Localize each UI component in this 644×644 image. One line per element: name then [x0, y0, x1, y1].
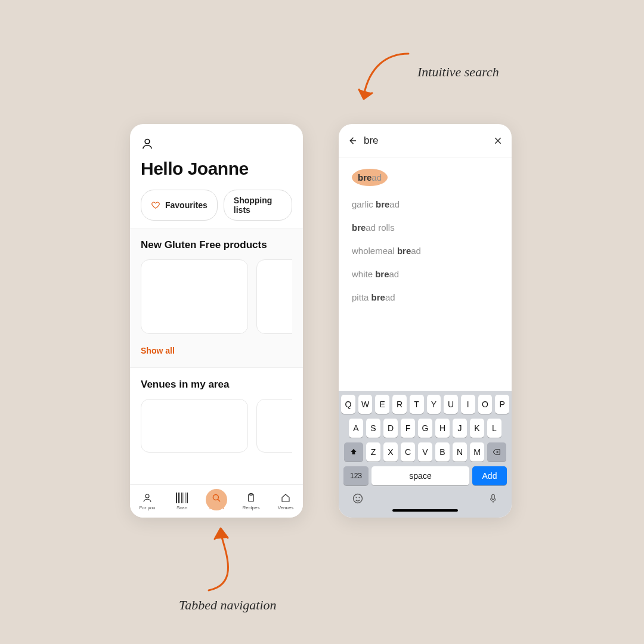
key-backspace[interactable] — [487, 442, 506, 462]
search-input[interactable]: bre — [364, 135, 487, 147]
key-x[interactable]: X — [383, 442, 398, 462]
svg-point-2 — [213, 494, 218, 500]
emoji-icon[interactable] — [352, 493, 364, 504]
barcode-icon — [176, 493, 188, 503]
section-title: New Gluten Free products — [141, 239, 292, 251]
key-p[interactable]: P — [495, 395, 509, 414]
venue-card[interactable] — [141, 399, 248, 453]
favourites-button[interactable]: Favourites — [141, 190, 218, 221]
key-w[interactable]: W — [358, 395, 373, 414]
key-space[interactable]: space — [371, 466, 469, 485]
search-suggestion[interactable]: white bread — [339, 262, 512, 286]
svg-point-6 — [354, 494, 363, 503]
search-suggestion[interactable]: bread rolls — [339, 216, 512, 239]
heart-icon — [151, 200, 160, 210]
key-j[interactable]: J — [453, 419, 467, 438]
search-suggestion[interactable]: wholemeal bread — [339, 239, 512, 262]
backspace-icon — [492, 448, 501, 456]
clear-button[interactable] — [493, 135, 503, 146]
key-h[interactable]: H — [435, 419, 450, 438]
tab-label: For you — [139, 505, 155, 510]
annotation-search: Intuitive search — [417, 64, 499, 80]
clipboard-icon — [245, 493, 257, 503]
svg-point-7 — [356, 497, 357, 498]
key-g[interactable]: G — [418, 419, 432, 438]
key-l[interactable]: L — [487, 419, 501, 438]
venue-card[interactable] — [256, 399, 292, 453]
key-r[interactable]: R — [392, 395, 407, 414]
search-results: breadgarlic breadbread rollswholemeal br… — [339, 157, 512, 314]
key-y[interactable]: Y — [427, 395, 441, 414]
key-e[interactable]: E — [375, 395, 389, 414]
shift-icon — [349, 448, 358, 456]
key-t[interactable]: T — [410, 395, 424, 414]
keyboard: QWERTYUIOP ASDFGHJKL ZXCVBNM 123 space A… — [339, 391, 512, 518]
close-icon — [493, 136, 503, 145]
key-c[interactable]: C — [401, 442, 415, 462]
mic-icon[interactable] — [488, 493, 499, 504]
key-action[interactable]: Add — [472, 466, 507, 485]
arrow-top — [352, 48, 417, 107]
key-numbers[interactable]: 123 — [343, 466, 369, 485]
key-a[interactable]: A — [349, 419, 363, 438]
tab-for-you[interactable]: For you — [133, 493, 162, 510]
svg-point-8 — [359, 497, 360, 498]
key-s[interactable]: S — [366, 419, 380, 438]
key-o[interactable]: O — [478, 395, 493, 414]
key-m[interactable]: M — [470, 442, 484, 462]
tab-label: Scan — [177, 505, 187, 510]
tab-label: Recipes — [243, 505, 260, 510]
shopping-lists-label: Shopping lists — [234, 196, 282, 215]
tab-scan[interactable]: Scan — [168, 493, 196, 510]
arrow-left-icon — [347, 135, 358, 146]
search-suggestion[interactable]: pitta bread — [339, 286, 512, 309]
search-suggestion[interactable]: bread — [339, 162, 512, 193]
user-icon — [141, 493, 153, 503]
phone-search: bre breadgarlic breadbread rollswholemea… — [339, 124, 512, 518]
key-q[interactable]: Q — [341, 395, 355, 414]
tab-recipes[interactable]: Recipes — [237, 493, 265, 510]
search-icon — [210, 493, 222, 503]
tab-label: Venues — [278, 505, 294, 510]
section-venues: Venues in my area — [130, 367, 303, 453]
annotation-tabs: Tabbed navigation — [179, 597, 277, 613]
phone-home: Hello Joanne Favourites Shopping lists N… — [130, 124, 303, 518]
user-icon[interactable] — [141, 137, 154, 150]
key-f[interactable]: F — [401, 419, 415, 438]
key-i[interactable]: I — [461, 395, 475, 414]
tab-venues[interactable]: Venues — [271, 493, 300, 510]
product-card[interactable] — [141, 259, 248, 334]
shopping-lists-button[interactable]: Shopping lists — [224, 190, 292, 221]
svg-point-0 — [145, 139, 150, 144]
svg-rect-9 — [492, 494, 495, 499]
key-u[interactable]: U — [444, 395, 458, 414]
key-n[interactable]: N — [453, 442, 467, 462]
tab-bar: For you Scan Search Recipes — [130, 484, 303, 518]
svg-line-3 — [218, 499, 220, 501]
product-card[interactable] — [256, 259, 292, 334]
key-shift[interactable] — [344, 442, 363, 462]
search-header: bre — [339, 124, 512, 157]
tab-search[interactable]: Search — [202, 493, 231, 510]
section-new-products: New Gluten Free products Show all — [130, 228, 303, 367]
greeting: Hello Joanne — [141, 159, 292, 179]
key-d[interactable]: D — [383, 419, 398, 438]
home-indicator[interactable] — [392, 509, 458, 512]
svg-point-1 — [145, 494, 149, 498]
section-title: Venues in my area — [141, 379, 292, 391]
show-all-link[interactable]: Show all — [141, 346, 292, 355]
back-button[interactable] — [347, 135, 358, 146]
arrow-bottom — [197, 525, 256, 596]
key-z[interactable]: Z — [366, 442, 380, 462]
home-icon — [280, 493, 292, 503]
key-k[interactable]: K — [470, 419, 484, 438]
key-b[interactable]: B — [435, 442, 450, 462]
search-suggestion[interactable]: garlic bread — [339, 193, 512, 216]
key-v[interactable]: V — [418, 442, 432, 462]
favourites-label: Favourites — [165, 200, 208, 210]
